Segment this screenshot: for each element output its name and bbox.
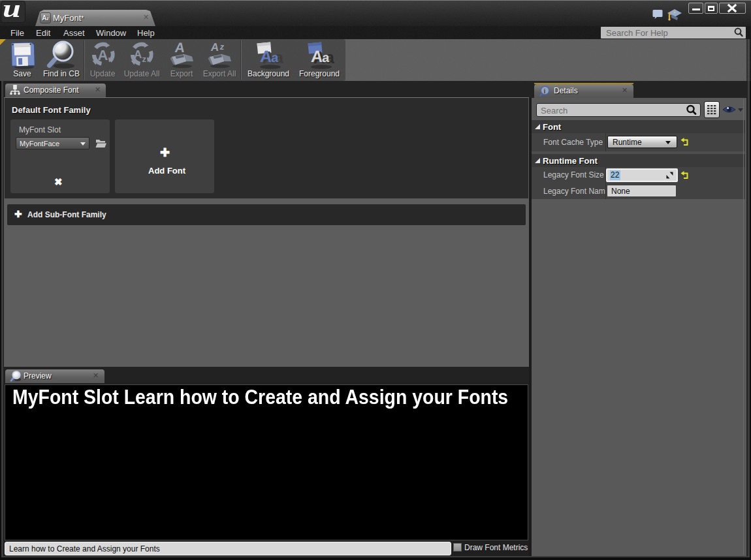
svg-text:A: A bbox=[174, 41, 185, 55]
svg-text:z: z bbox=[219, 42, 225, 52]
svg-text:A: A bbox=[98, 47, 108, 63]
svg-text:i: i bbox=[544, 87, 546, 95]
svg-text:A: A bbox=[210, 41, 220, 54]
svg-text:z: z bbox=[142, 54, 147, 64]
svg-text:A: A bbox=[134, 48, 142, 61]
